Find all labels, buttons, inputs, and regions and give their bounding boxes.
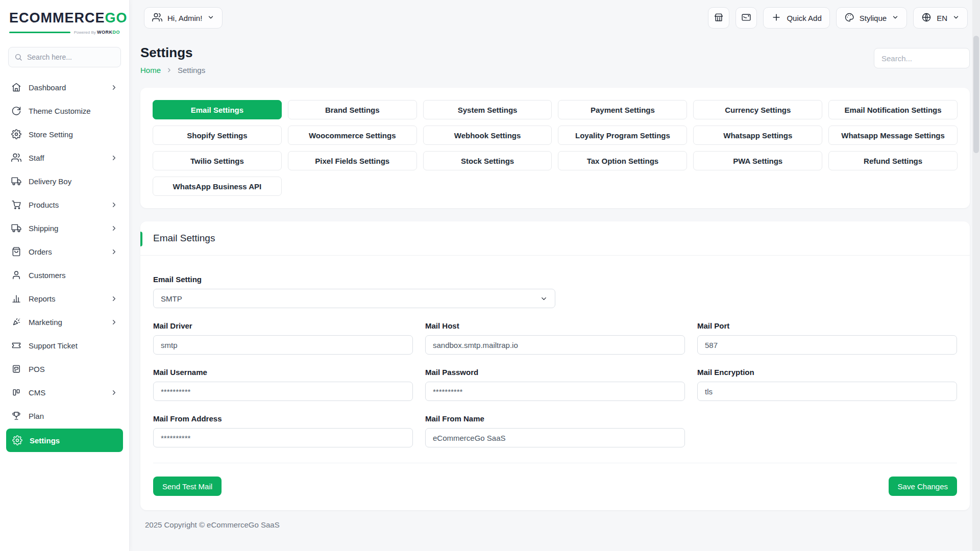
breadcrumb-current: Settings: [178, 66, 205, 74]
field-label: Mail From Address: [153, 414, 413, 423]
scrollbar-thumb[interactable]: [973, 36, 979, 153]
tab-woocommerce-settings[interactable]: Woocommerce Settings: [288, 126, 417, 145]
tab-email-settings[interactable]: Email Settings: [153, 100, 282, 119]
sidebar-item-label: POS: [29, 365, 45, 373]
sidebar-item-label: Store Setting: [29, 130, 73, 139]
mail-from-name-input[interactable]: [425, 428, 685, 447]
mail-encryption-input[interactable]: [697, 382, 957, 401]
sidebar-item-settings[interactable]: Settings: [6, 429, 123, 452]
sidebar-item-label: Plan: [29, 412, 44, 420]
chevron-down-icon: [892, 14, 899, 22]
storefront-button[interactable]: [708, 7, 729, 29]
page-search-input[interactable]: [874, 48, 970, 68]
users-icon: [152, 12, 162, 24]
sidebar-item-store-setting[interactable]: Store Setting: [0, 122, 129, 146]
quick-add-button[interactable]: Quick Add: [763, 7, 829, 29]
pos-icon: [11, 364, 21, 374]
mail-username-field: Mail Username: [153, 368, 413, 401]
sidebar-item-plan[interactable]: Plan: [0, 404, 129, 428]
field-label: Mail From Name: [425, 414, 685, 423]
sidebar-search-input[interactable]: [8, 47, 121, 67]
tab-whatsapp-business-api[interactable]: WhatsApp Business API: [153, 177, 282, 196]
sidebar-item-products[interactable]: Products: [0, 193, 129, 216]
sidebar-item-label: Dashboard: [29, 83, 66, 92]
sidebar-item-pos[interactable]: POS: [0, 357, 129, 381]
mail-port-input[interactable]: [697, 335, 957, 355]
sidebar-item-label: Reports: [29, 294, 56, 303]
chevron-right-icon: [110, 201, 118, 209]
field-label: Mail Driver: [153, 321, 413, 330]
mail-driver-input[interactable]: [153, 335, 413, 355]
tab-currency-settings[interactable]: Currency Settings: [693, 100, 822, 119]
trophy-icon: [11, 411, 21, 421]
chevron-right-icon: [166, 67, 173, 73]
send-test-mail-button[interactable]: Send Test Mail: [153, 477, 222, 496]
tab-loyality-program-settings[interactable]: Loyality Program Settings: [558, 126, 687, 145]
user-icon: [11, 270, 21, 280]
sidebar-item-marketing[interactable]: Marketing: [0, 310, 129, 334]
email-setting-select[interactable]: SMTP: [153, 289, 555, 308]
sidebar-item-staff[interactable]: Staff: [0, 146, 129, 169]
tab-stock-settings[interactable]: Stock Settings: [423, 151, 552, 170]
field-label: Mail Port: [697, 321, 957, 330]
scrollbar-track[interactable]: [972, 0, 980, 551]
tab-whatsapp-settings[interactable]: Whatsapp Settings: [693, 126, 822, 145]
sidebar-item-support-ticket[interactable]: Support Ticket: [0, 334, 129, 357]
chevron-right-icon: [110, 295, 118, 303]
tab-twilio-settings[interactable]: Twilio Settings: [153, 151, 282, 170]
mail-username-input[interactable]: [153, 382, 413, 401]
tab-pixel-fields-settings[interactable]: Pixel Fields Settings: [288, 151, 417, 170]
sidebar-item-dashboard[interactable]: Dashboard: [0, 76, 129, 99]
tab-brand-settings[interactable]: Brand Settings: [288, 100, 417, 119]
email-settings-card: Email Settings Email Setting SMTP Mail D…: [140, 221, 970, 510]
sidebar-item-shipping[interactable]: Shipping: [0, 216, 129, 240]
tab-refund-settings[interactable]: Refund Settings: [828, 151, 958, 170]
user-menu-button[interactable]: Hi, Admin!: [144, 7, 223, 29]
language-button[interactable]: EN: [913, 7, 968, 29]
sidebar-item-cms[interactable]: CMS: [0, 381, 129, 404]
mail-password-input[interactable]: [425, 382, 685, 401]
breadcrumb-home-link[interactable]: Home: [140, 66, 161, 74]
home-icon: [11, 82, 21, 92]
mail-from-name-field: Mail From Name: [425, 414, 685, 447]
tab-payment-settings[interactable]: Payment Settings: [558, 100, 687, 119]
sidebar-item-label: Orders: [29, 247, 52, 256]
tab-system-settings[interactable]: System Settings: [423, 100, 552, 119]
sidebar-menu: DashboardTheme CustomizeStore SettingSta…: [0, 71, 129, 551]
tab-pwa-settings[interactable]: PWA Settings: [693, 151, 822, 170]
tab-whatsapp-message-settings[interactable]: Whatsapp Message Settings: [828, 126, 958, 145]
sidebar-item-label: Marketing: [29, 318, 62, 327]
ticket-icon: [11, 340, 21, 350]
mail-password-field: Mail Password: [425, 368, 685, 401]
plus-icon: [771, 12, 781, 24]
sidebar-item-theme-customize[interactable]: Theme Customize: [0, 99, 129, 122]
chevron-right-icon: [110, 84, 118, 91]
storefront-icon: [714, 12, 724, 24]
mail-from-address-input[interactable]: [153, 428, 413, 447]
sidebar-item-label: Settings: [30, 436, 60, 445]
chart-icon: [11, 293, 21, 304]
tab-email-notification-settings[interactable]: Email Notification Settings: [828, 100, 958, 119]
mail-notification-button[interactable]: [736, 7, 757, 29]
bag-icon: [11, 246, 21, 257]
gear-icon: [11, 129, 21, 139]
theme-style-label: Stylique: [860, 14, 887, 22]
sidebar-item-delivery-boy[interactable]: Delivery Boy: [0, 169, 129, 193]
chevron-right-icon: [110, 224, 118, 232]
mail-host-input[interactable]: [425, 335, 685, 355]
tab-shopify-settings[interactable]: Shopify Settings: [153, 126, 282, 145]
tab-tax-option-settings[interactable]: Tax Option Settings: [558, 151, 687, 170]
tab-webhook-settings[interactable]: Webhook Settings: [423, 126, 552, 145]
sidebar-item-orders[interactable]: Orders: [0, 240, 129, 263]
truck-icon: [11, 223, 21, 233]
save-changes-button[interactable]: Save Changes: [889, 477, 957, 496]
sidebar-search: [8, 47, 121, 67]
sidebar-item-label: Theme Customize: [29, 107, 91, 115]
card-title: Email Settings: [153, 233, 215, 243]
brand-logo[interactable]: ECOMMERCEGO Powered By WORKDO: [0, 0, 129, 40]
sidebar-item-customers[interactable]: Customers: [0, 263, 129, 287]
sidebar-item-label: Support Ticket: [29, 341, 78, 350]
theme-style-button[interactable]: Stylique: [836, 7, 907, 29]
mail-port-field: Mail Port: [697, 321, 957, 355]
sidebar-item-reports[interactable]: Reports: [0, 287, 129, 310]
